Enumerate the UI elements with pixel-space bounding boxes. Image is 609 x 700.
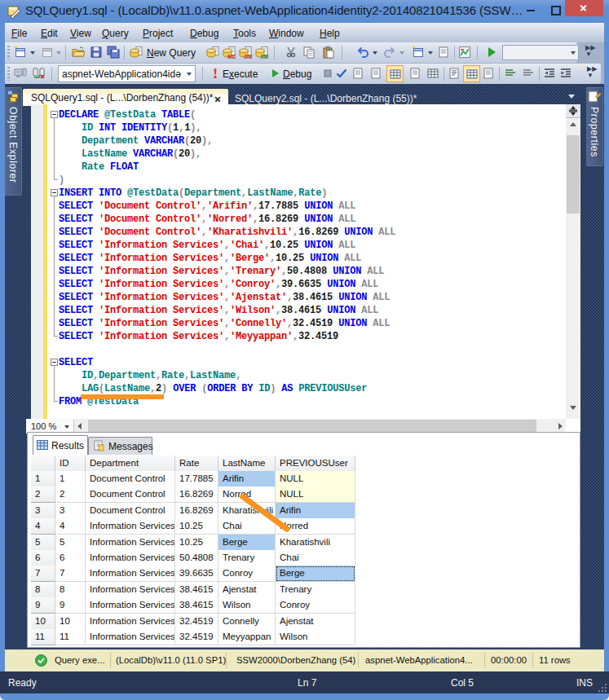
svg-text:XM: XM <box>261 54 269 59</box>
svg-text:MD: MD <box>228 54 236 59</box>
svg-text:DM: DM <box>245 54 253 59</box>
